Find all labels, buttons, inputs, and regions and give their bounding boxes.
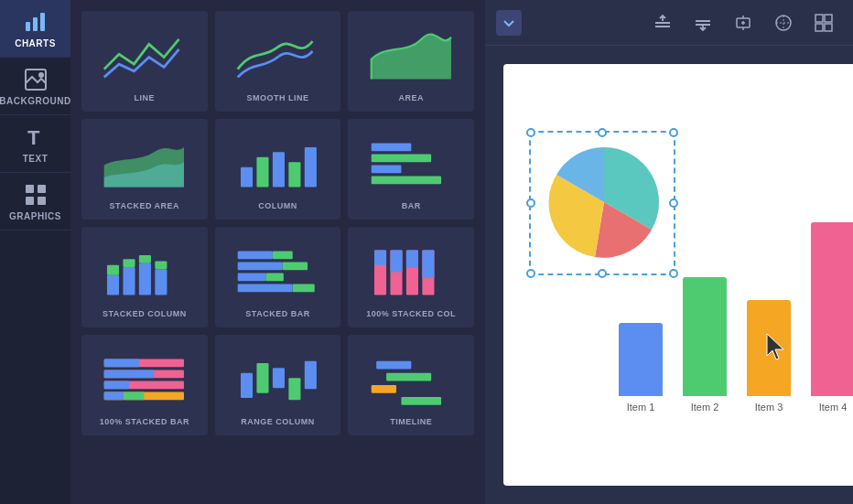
bar-item4: [811, 222, 853, 396]
svg-point-4: [38, 72, 44, 78]
chart-item-100-stacked-bar[interactable]: 100% STACKED BAR: [81, 335, 208, 435]
selection-handle-tm[interactable]: [598, 128, 607, 137]
svg-rect-58: [386, 372, 431, 381]
chart-item-100-stacked-bar-label: 100% STACKED BAR: [100, 417, 189, 426]
svg-rect-52: [241, 372, 253, 397]
sidebar-item-graphics-label: GRAPHICS: [9, 211, 61, 221]
svg-rect-19: [107, 274, 119, 295]
chart-item-timeline-label: TIMELINE: [390, 417, 432, 426]
svg-rect-62: [655, 26, 670, 27]
svg-rect-60: [401, 397, 441, 405]
selection-handle-tl[interactable]: [526, 128, 535, 137]
selection-handle-bm[interactable]: [598, 269, 607, 278]
chart-item-range-column[interactable]: RANGE COLUMN: [215, 335, 341, 435]
chart-item-stacked-bar[interactable]: STACKED BAR: [215, 227, 341, 327]
canvas-content: Item 1 Item 2 Item 3 Item 4: [485, 46, 853, 504]
svg-rect-54: [273, 368, 285, 388]
grid-button[interactable]: [811, 10, 837, 36]
svg-rect-21: [124, 267, 135, 295]
svg-rect-44: [104, 359, 139, 367]
svg-rect-46: [104, 370, 155, 378]
svg-rect-9: [38, 197, 46, 205]
sidebar-item-background[interactable]: BACKGROUND: [0, 58, 70, 115]
bar-label-item4: Item 4: [819, 402, 848, 413]
bar-group-item4: Item 4: [805, 222, 853, 413]
svg-rect-50: [104, 391, 124, 400]
svg-rect-12: [273, 152, 285, 187]
svg-rect-23: [139, 263, 151, 295]
selection-handle-tr[interactable]: [669, 128, 678, 137]
bar-label-item1: Item 1: [627, 402, 655, 413]
sidebar-item-text-label: TEXT: [23, 154, 49, 164]
chart-item-line[interactable]: LINE: [81, 11, 208, 112]
canvas-chart: Item 1 Item 2 Item 3 Item 4: [503, 120, 853, 431]
chart-item-100-stacked-col[interactable]: 100% STACKED COL: [348, 227, 474, 327]
svg-rect-25: [156, 269, 167, 295]
chart-preview-range-column: [219, 350, 338, 410]
svg-rect-13: [288, 162, 300, 187]
bar-label-item3: Item 3: [755, 402, 783, 413]
selection-handle-bl[interactable]: [526, 269, 535, 278]
chart-item-timeline[interactable]: TIMELINE: [348, 335, 474, 435]
svg-rect-10: [241, 166, 253, 187]
svg-rect-42: [422, 250, 434, 278]
chart-preview-stacked-area: [85, 134, 204, 194]
background-icon: [23, 67, 49, 92]
svg-rect-57: [376, 360, 411, 369]
svg-rect-6: [26, 185, 34, 193]
chart-item-smooth-line[interactable]: SMOOTH LINE: [215, 11, 341, 112]
chart-item-area-label: AREA: [398, 93, 424, 102]
chart-item-100-stacked-col-label: 100% STACKED COL: [366, 309, 456, 318]
chart-item-bar-label: BAR: [402, 201, 421, 210]
svg-rect-20: [107, 264, 119, 274]
collapse-button[interactable]: [496, 10, 522, 36]
text-icon: T: [23, 124, 49, 150]
chart-item-area[interactable]: AREA: [348, 11, 474, 112]
svg-rect-29: [238, 262, 283, 270]
sidebar-item-charts-label: CHARTS: [15, 38, 56, 48]
chart-icon: [23, 9, 49, 35]
svg-rect-26: [156, 261, 167, 269]
chart-item-stacked-bar-label: STACKED BAR: [245, 309, 309, 318]
svg-rect-17: [372, 165, 402, 173]
layer-down-button[interactable]: [690, 10, 716, 36]
chart-item-stacked-area[interactable]: STACKED AREA: [81, 119, 208, 220]
chart-preview-stacked-bar: [219, 242, 338, 302]
svg-rect-22: [124, 259, 135, 267]
canvas-toolbar: [485, 0, 853, 46]
svg-rect-63: [696, 20, 710, 22]
chart-preview-bar: [351, 134, 470, 194]
svg-rect-61: [655, 22, 670, 24]
bar-group-item1: Item 1: [613, 323, 668, 413]
add-layer-button[interactable]: [730, 10, 756, 36]
svg-rect-69: [815, 24, 823, 31]
svg-rect-15: [372, 143, 412, 151]
chart-item-stacked-column[interactable]: STACKED COLUMN: [81, 227, 208, 327]
chart-preview-line: [85, 27, 204, 86]
chart-grid: LINE SMOOTH LINE AREA: [70, 0, 485, 446]
svg-rect-36: [374, 250, 386, 264]
svg-rect-56: [305, 360, 317, 389]
chart-item-column[interactable]: COLUMN: [215, 119, 341, 220]
chart-item-bar[interactable]: BAR: [348, 119, 474, 220]
bar-label-item2: Item 2: [691, 402, 719, 413]
sidebar-item-background-label: BACKGROUND: [0, 96, 71, 106]
chart-preview-stacked-column: [85, 242, 204, 302]
selection-handle-ml[interactable]: [526, 198, 535, 208]
svg-rect-1: [33, 17, 38, 31]
svg-rect-33: [238, 284, 293, 292]
halftone-button[interactable]: [771, 10, 796, 36]
svg-rect-27: [238, 251, 273, 259]
svg-rect-11: [257, 156, 269, 187]
layer-up-button[interactable]: [650, 10, 675, 36]
chart-item-line-label: LINE: [135, 93, 156, 102]
svg-rect-8: [26, 197, 34, 205]
svg-rect-32: [265, 273, 284, 281]
chart-preview-area: [351, 27, 470, 86]
sidebar-item-text[interactable]: T TEXT: [0, 115, 70, 173]
graphics-icon: [23, 182, 49, 208]
canvas-white[interactable]: Item 1 Item 2 Item 3 Item 4: [503, 64, 853, 486]
sidebar-item-charts[interactable]: CHARTS: [0, 0, 70, 58]
sidebar-item-graphics[interactable]: GRAPHICS: [0, 173, 70, 231]
chart-item-smooth-line-label: SMOOTH LINE: [246, 93, 308, 102]
